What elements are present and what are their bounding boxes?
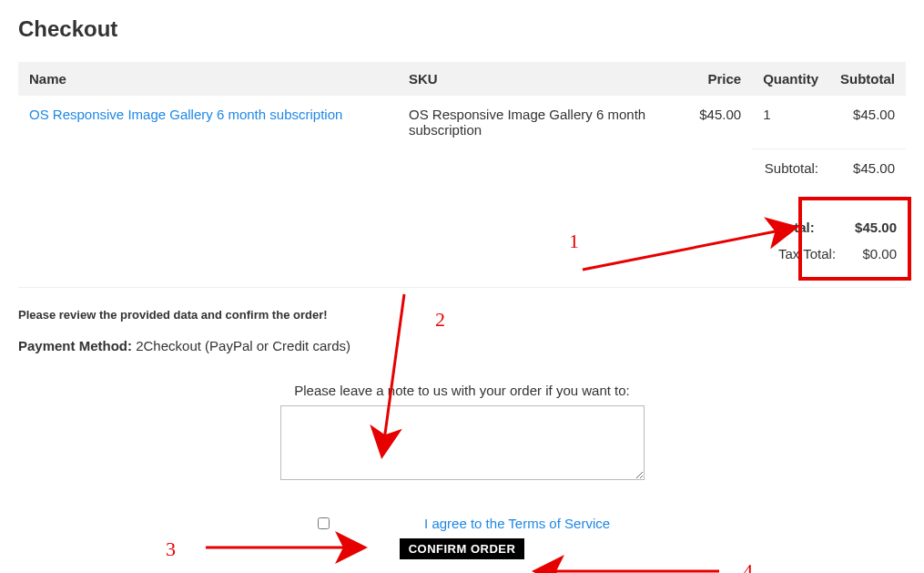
subtotal-label: Subtotal: (752, 148, 829, 187)
tos-checkbox[interactable] (318, 517, 330, 529)
cell-subtotal: $45.00 (829, 96, 906, 148)
total-value: $45.00 (855, 220, 897, 235)
subtotal-value: $45.00 (829, 148, 906, 187)
review-text: Please review the provided data and conf… (18, 308, 906, 322)
product-link[interactable]: OS Responsive Image Gallery 6 month subs… (29, 107, 342, 122)
col-sku: SKU (398, 62, 688, 96)
tax-label: Tax Total: (778, 246, 836, 261)
col-subtotal: Subtotal (829, 62, 906, 96)
divider (18, 287, 906, 288)
payment-method: Payment Method: 2Checkout (PayPal or Cre… (18, 338, 906, 353)
col-qty: Quantity (752, 62, 829, 96)
table-row: OS Responsive Image Gallery 6 month subs… (18, 96, 906, 148)
cell-price: $45.00 (688, 96, 752, 148)
page-title: Checkout (18, 16, 906, 42)
table-header-row: Name SKU Price Quantity Subtotal (18, 62, 906, 96)
totals-box: Total: $45.00 Tax Total: $0.00 (769, 214, 906, 267)
subtotal-row: Subtotal: $45.00 (18, 148, 906, 187)
payment-method-value: 2Checkout (PayPal or Credit cards) (132, 338, 350, 353)
confirm-order-button[interactable]: CONFIRM ORDER (400, 538, 525, 559)
note-label: Please leave a note to us with your orde… (18, 383, 906, 398)
tax-value: $0.00 (862, 246, 897, 261)
col-name: Name (18, 62, 398, 96)
order-note-input[interactable] (280, 405, 645, 480)
payment-method-label: Payment Method: (18, 338, 132, 353)
cell-qty: 1 (752, 96, 829, 148)
col-price: Price (688, 62, 752, 96)
cell-sku: OS Responsive Image Gallery 6 month subs… (398, 96, 688, 148)
cart-table: Name SKU Price Quantity Subtotal OS Resp… (18, 62, 906, 187)
annotation-label-4: 4 (743, 559, 753, 573)
tos-link[interactable]: I agree to the Terms of Service (424, 516, 610, 531)
total-label: Total: (778, 220, 815, 235)
